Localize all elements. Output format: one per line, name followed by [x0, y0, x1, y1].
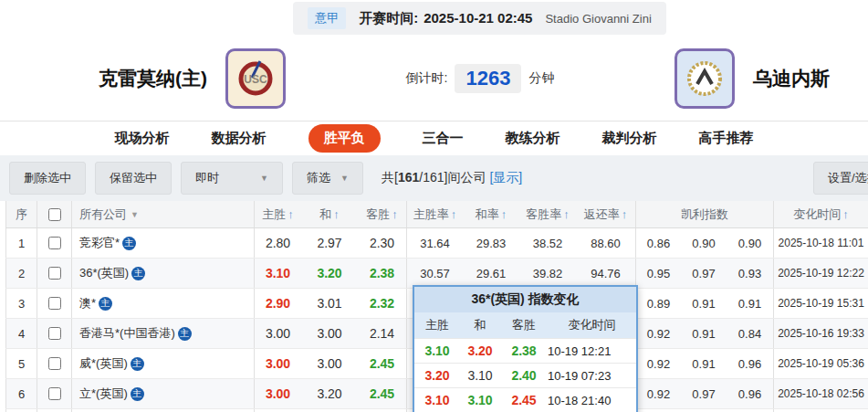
- kelly-home: 0.86: [635, 228, 681, 258]
- tab-data-analysis[interactable]: 数据分析: [212, 130, 267, 147]
- row-checkbox[interactable]: [48, 297, 61, 310]
- row-seq: 4: [5, 319, 37, 348]
- row-checkbox[interactable]: [48, 237, 61, 249]
- away-rate: 39.82: [519, 267, 576, 280]
- away-odds[interactable]: 2.14: [358, 326, 406, 341]
- filter-dropdown[interactable]: 筛选 ▼: [292, 162, 363, 195]
- draw-odds[interactable]: 3.01: [301, 296, 358, 311]
- draw-odds[interactable]: 2.97: [301, 236, 358, 250]
- odds-table-header: 序 所有公司▼ 主胜↑ 和↑ 客胜↑ 主胜率↑ 和率↑ 客胜率↑ 返还率↑ 凯利…: [5, 201, 868, 228]
- draw-rate: 29.61: [463, 267, 519, 280]
- stadium-name: Stadio Giovanni Zini: [545, 12, 651, 26]
- settings-select-button[interactable]: 设置/选择: [813, 162, 868, 195]
- draw-odds[interactable]: 3.20: [301, 386, 358, 401]
- countdown-label: 倒计时:: [406, 70, 448, 87]
- row-seq: 1: [5, 228, 37, 258]
- away-team-logo: [675, 48, 735, 109]
- col-draw[interactable]: 和↑: [301, 206, 358, 223]
- row-checkbox[interactable]: [48, 267, 61, 280]
- odds-mode-dropdown[interactable]: 即时 ▼: [181, 162, 283, 195]
- row-checkbox-cell: [37, 289, 71, 318]
- kickoff-value: 2025-10-21 02:45: [424, 10, 532, 27]
- tab-referee-analysis[interactable]: 裁判分析: [602, 130, 657, 147]
- primary-badge-icon: 主: [131, 267, 145, 280]
- popup-draw-odds: 3.10: [460, 368, 500, 383]
- popup-col-draw: 和: [460, 317, 500, 333]
- company-name[interactable]: 香港马*(中国香港)主: [71, 319, 254, 348]
- delete-selected-button[interactable]: 删除选中: [9, 162, 86, 195]
- caret-down-icon: ▼: [131, 210, 139, 219]
- col-away-rate[interactable]: 客胜率↑: [519, 206, 576, 223]
- col-away[interactable]: 客胜↑: [358, 206, 406, 223]
- col-change-time[interactable]: 变化时间↑: [773, 201, 868, 227]
- company-count-shown: 161: [398, 170, 419, 185]
- home-odds[interactable]: 3.00: [254, 379, 301, 408]
- company-name[interactable]: 立*(英国)主: [71, 379, 254, 408]
- col-home[interactable]: 主胜↑: [254, 201, 301, 227]
- row-checkbox-cell: [37, 319, 71, 348]
- row-checkbox-cell: [37, 349, 71, 378]
- keep-selected-button[interactable]: 保留选中: [95, 162, 172, 195]
- league-badge[interactable]: 意甲: [308, 7, 346, 29]
- tab-three-in-one[interactable]: 三合一: [423, 130, 464, 147]
- away-odds[interactable]: 2.45: [358, 356, 406, 371]
- company-name[interactable]: 威*(英国)主: [71, 349, 254, 378]
- col-checkbox: [37, 201, 71, 227]
- away-odds[interactable]: 2.32: [358, 296, 406, 311]
- select-all-checkbox[interactable]: [48, 208, 61, 221]
- popup-row: 3.20 3.10 2.40 10-19 07:23: [414, 363, 636, 387]
- away-team-name: 乌迪内斯: [753, 66, 830, 91]
- draw-rate: 29.83: [463, 237, 519, 250]
- row-checkbox[interactable]: [48, 357, 61, 370]
- row-seq: 5: [5, 349, 37, 378]
- kelly-draw: 0.91: [681, 327, 727, 341]
- company-name[interactable]: 36*(英国)主: [71, 259, 254, 288]
- home-odds[interactable]: 3.00: [254, 349, 301, 378]
- table-row: 1 竞彩官*主 2.80 2.97 2.30 31.64 29.83 38.52…: [5, 228, 868, 259]
- home-odds[interactable]: 2.90: [254, 289, 301, 318]
- return-rate: 94.76: [576, 267, 635, 280]
- home-team: 克雷莫纳(主) USC: [99, 48, 286, 109]
- col-home-rate[interactable]: 主胜率↑: [406, 201, 463, 227]
- row-checkbox[interactable]: [48, 387, 61, 400]
- home-odds[interactable]: 3.00: [254, 319, 301, 348]
- home-team-logo: USC: [225, 48, 286, 109]
- popup-change-time: 10-19 07:23: [548, 369, 636, 383]
- sort-asc-icon: ↑: [501, 207, 507, 221]
- tab-coach-analysis[interactable]: 教练分析: [506, 130, 560, 147]
- kelly-draw: 0.90: [681, 237, 727, 250]
- home-odds[interactable]: 2.80: [254, 228, 301, 258]
- company-name[interactable]: 竞彩官*主: [71, 228, 254, 258]
- tab-win-draw-lose[interactable]: 胜平负: [309, 124, 381, 153]
- kelly-away: 0.96: [727, 357, 773, 371]
- company-name[interactable]: 澳*主: [71, 289, 254, 318]
- caret-down-icon: ▼: [340, 174, 349, 183]
- tab-live-analysis[interactable]: 现场分析: [115, 130, 170, 147]
- kelly-home: 0.92: [635, 379, 681, 408]
- filter-value: 筛选: [307, 170, 330, 186]
- away-odds[interactable]: 2.45: [358, 386, 406, 401]
- kelly-away: 0.93: [727, 267, 773, 280]
- match-info-bar: 意甲 开赛时间: 2025-10-21 02:45 Stadio Giovann…: [293, 2, 666, 35]
- change-time: 2025-10-16 19:33: [773, 319, 868, 348]
- show-link[interactable]: [显示]: [489, 170, 522, 185]
- sort-asc-icon: ↑: [333, 207, 340, 221]
- draw-odds[interactable]: 3.20: [301, 266, 358, 280]
- col-draw-rate[interactable]: 和率↑: [463, 206, 519, 223]
- row-seq: 6: [5, 379, 37, 408]
- col-seq: 序: [5, 201, 37, 227]
- col-return-rate[interactable]: 返还率↑: [576, 206, 635, 223]
- tab-expert-picks[interactable]: 高手推荐: [699, 130, 754, 147]
- kelly-away: 0.96: [727, 387, 773, 401]
- away-odds[interactable]: 2.30: [358, 236, 406, 250]
- col-company[interactable]: 所有公司▼: [71, 201, 254, 227]
- draw-odds[interactable]: 3.00: [301, 356, 358, 371]
- draw-odds[interactable]: 3.00: [301, 326, 358, 341]
- home-odds[interactable]: 3.10: [254, 259, 301, 288]
- popup-draw-odds: 3.20: [460, 343, 500, 358]
- primary-badge-icon: 主: [122, 237, 136, 250]
- row-checkbox[interactable]: [48, 327, 61, 340]
- countdown-unit: 分钟: [528, 70, 554, 87]
- table-toolbar: 删除选中 保留选中 即时 ▼ 筛选 ▼ 共[161/161]间公司[显示] 设置…: [0, 155, 868, 201]
- away-odds[interactable]: 2.38: [358, 266, 406, 280]
